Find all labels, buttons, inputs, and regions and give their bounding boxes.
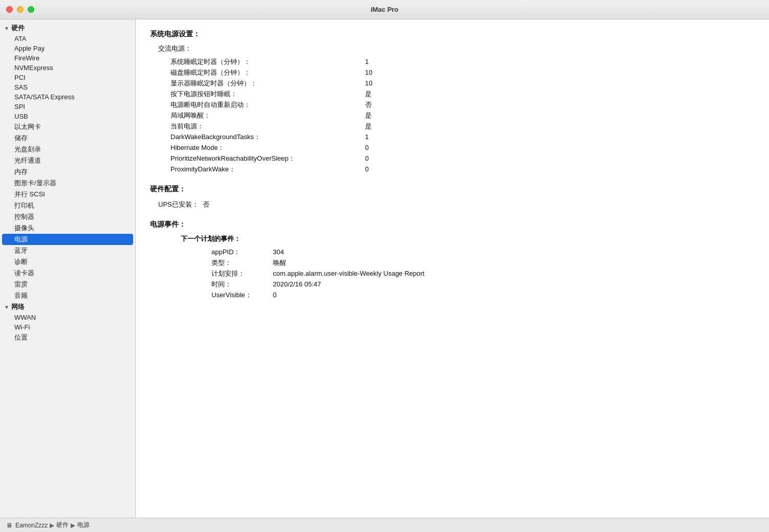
window-title: iMac Pro [371, 6, 398, 13]
ac-row-label: 按下电源按钮时睡眠： [170, 90, 365, 99]
ac-row: 当前电源：是 [150, 121, 755, 131]
ac-row: PrioritizeNetworkReachabilityOverSleep：0 [150, 153, 755, 164]
main-layout: ▼ 硬件 ATAApple PayFireWireNVMExpressPCISA… [0, 19, 769, 518]
ups-value: 否 [203, 200, 209, 209]
close-button[interactable] [6, 6, 13, 13]
sidebar-item-诊断[interactable]: 诊断 [0, 256, 135, 268]
event-row-value: 304 [273, 248, 284, 256]
sidebar-item-内存[interactable]: 内存 [0, 166, 135, 178]
sidebar-item-以太网卡[interactable]: 以太网卡 [0, 121, 135, 132]
ac-row-value: 0 [365, 165, 369, 173]
sidebar-item-PCI[interactable]: PCI [0, 73, 135, 82]
event-row-value: 0 [273, 291, 276, 299]
event-row-value: 唤醒 [273, 258, 286, 268]
network-group-label: 网络 [11, 302, 25, 312]
sidebar-item-ATA[interactable]: ATA [0, 34, 135, 43]
window-controls [6, 6, 34, 13]
sidebar-item-SAS[interactable]: SAS [0, 82, 135, 92]
ac-row-label: 显示器睡眠定时器（分钟）： [170, 79, 365, 88]
sidebar-item-光盘刻录[interactable]: 光盘刻录 [0, 144, 135, 155]
ac-row: 局域网唤醒：是 [150, 110, 755, 121]
sidebar-item-SPI[interactable]: SPI [0, 102, 135, 112]
system-power-title: 系统电源设置： [150, 30, 755, 39]
breadcrumb-path3: 电源 [77, 521, 90, 529]
hardware-config-title: 硬件配置： [150, 185, 755, 194]
ac-row-value: 0 [365, 144, 369, 151]
sidebar-item-Wi-Fi[interactable]: Wi-Fi [0, 322, 135, 332]
sidebar-group-hardware[interactable]: ▼ 硬件 [0, 23, 135, 34]
ac-row: 磁盘睡眠定时器（分钟）：10 [150, 67, 755, 78]
sidebar-item-储存[interactable]: 储存 [0, 132, 135, 144]
power-events-section: 电源事件： 下一个计划的事件： appPID：304类型：唤醒计划安排：com.… [150, 220, 755, 300]
sidebar-item-ApplePay[interactable]: Apple Pay [0, 43, 135, 53]
hardware-config-section: 硬件配置： UPS已安装： 否 [150, 185, 755, 210]
minimize-button[interactable] [17, 6, 24, 13]
ac-row-value: 是 [365, 122, 372, 131]
breadcrumb-sep2: ▶ [71, 522, 75, 529]
event-row-value: com.apple.alarm.user-visible-Weekly Usag… [273, 270, 424, 277]
sidebar-item-USB[interactable]: USB [0, 112, 135, 121]
ac-row-value: 是 [365, 90, 372, 99]
computer-icon: 🖥 [6, 522, 12, 529]
ac-row-value: 1 [365, 58, 369, 65]
event-row-label: appPID： [211, 248, 263, 257]
ac-row: 系统睡眠定时器（分钟）：1 [150, 56, 755, 67]
breadcrumb-path2: 硬件 [56, 521, 69, 529]
event-rows: appPID：304类型：唤醒计划安排：com.apple.alarm.user… [150, 247, 755, 300]
ac-row: Hibernate Mode：0 [150, 142, 755, 153]
event-row-label: 时间： [211, 280, 263, 289]
sidebar-item-雷雳[interactable]: 雷雳 [0, 279, 135, 290]
sidebar-item-NVMExpress[interactable]: NVMExpress [0, 63, 135, 73]
sidebar-item-FireWire[interactable]: FireWire [0, 53, 135, 63]
sidebar-item-电源[interactable]: 电源 [2, 234, 133, 245]
sidebar-item-摄像头[interactable]: 摄像头 [0, 223, 135, 234]
ac-row: 显示器睡眠定时器（分钟）：10 [150, 78, 755, 88]
sidebar-group-network[interactable]: ▼ 网络 [0, 301, 135, 313]
sidebar-item-图形卡/显示器[interactable]: 图形卡/显示器 [0, 178, 135, 189]
sidebar-item-音频[interactable]: 音频 [0, 290, 135, 301]
event-row-label: 类型： [211, 258, 263, 268]
hardware-group-label: 硬件 [11, 24, 25, 33]
hardware-items-container: ATAApple PayFireWireNVMExpressPCISASSATA… [0, 34, 135, 301]
ac-row-label: 磁盘睡眠定时器（分钟）： [170, 68, 365, 77]
ac-row: DarkWakeBackgroundTasks：1 [150, 131, 755, 142]
ac-row: 电源断电时自动重新启动：否 [150, 99, 755, 110]
ac-row-label: Hibernate Mode： [170, 143, 365, 152]
ac-row-label: 系统睡眠定时器（分钟）： [170, 57, 365, 66]
maximize-button[interactable] [28, 6, 34, 13]
ups-label: UPS已安装： [158, 200, 199, 209]
ac-row: 按下电源按钮时睡眠：是 [150, 88, 755, 99]
event-row: UserVisible：0 [150, 290, 755, 300]
ac-row-label: 局域网唤醒： [170, 111, 365, 120]
sidebar-item-SATA/SATAExpress[interactable]: SATA/SATA Express [0, 92, 135, 102]
power-events-title: 电源事件： [150, 220, 755, 229]
sidebar-item-控制器[interactable]: 控制器 [0, 211, 135, 223]
ac-row-label: DarkWakeBackgroundTasks： [170, 132, 365, 142]
sidebar-item-WWAN[interactable]: WWAN [0, 313, 135, 322]
title-bar: iMac Pro [0, 0, 769, 19]
sidebar-item-蓝牙[interactable]: 蓝牙 [0, 245, 135, 256]
sidebar-item-读卡器[interactable]: 读卡器 [0, 268, 135, 279]
ac-row-label: 当前电源： [170, 122, 365, 131]
sidebar-item-并行SCSI[interactable]: 并行 SCSI [0, 189, 135, 200]
ac-row-label: ProximityDarkWake： [170, 165, 365, 174]
sidebar-item-打印机[interactable]: 打印机 [0, 200, 135, 211]
event-row-label: UserVisible： [211, 291, 263, 300]
event-row: 时间：2020/2/16 05:47 [150, 279, 755, 290]
ac-row-value: 10 [365, 69, 372, 76]
event-row: 类型：唤醒 [150, 257, 755, 268]
sidebar-item-光纤通道[interactable]: 光纤通道 [0, 155, 135, 166]
event-row: 计划安排：com.apple.alarm.user-visible-Weekly… [150, 268, 755, 279]
ac-row-value: 10 [365, 79, 372, 87]
hardware-arrow-icon: ▼ [4, 26, 9, 31]
system-power-section: 系统电源设置： 交流电源： 系统睡眠定时器（分钟）：1磁盘睡眠定时器（分钟）：1… [150, 30, 755, 174]
status-bar: 🖥 EamonZzzz ▶ 硬件 ▶ 电源 [0, 518, 769, 532]
ac-row-label: PrioritizeNetworkReachabilityOverSleep： [170, 154, 365, 163]
ac-row-value: 是 [365, 111, 372, 120]
sidebar-item-位置[interactable]: 位置 [0, 332, 135, 343]
network-items-container: WWANWi-Fi位置 [0, 313, 135, 343]
breadcrumb-sep1: ▶ [50, 522, 54, 529]
ups-row: UPS已安装： 否 [158, 199, 755, 210]
ac-row: ProximityDarkWake：0 [150, 164, 755, 174]
ac-row-value: 否 [365, 100, 372, 109]
